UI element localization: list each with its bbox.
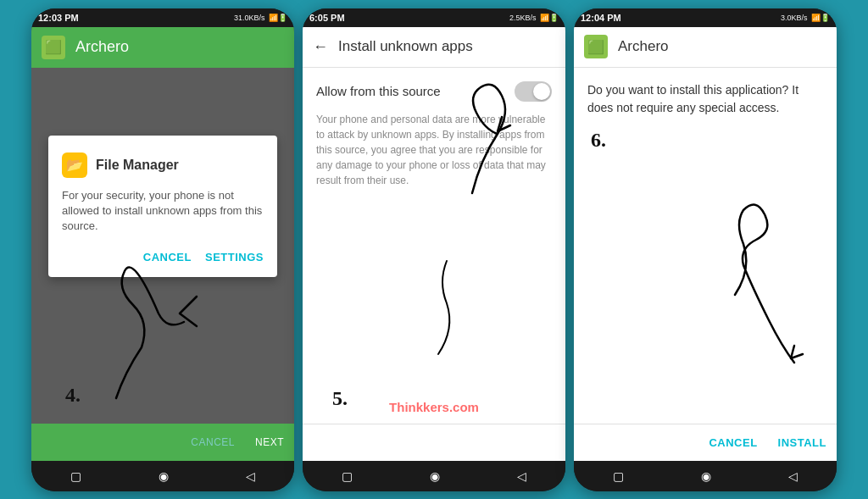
phone3-content: Do you want to install this application?… (574, 68, 837, 424)
phone-1: 12:03 PM 31.0KB/s 📶🔋 🟩 Archero 📂 File Ma… (31, 8, 294, 491)
next-btn-bottom-1[interactable]: NEXT (255, 436, 284, 448)
toggle-label: Allow from this source (316, 84, 441, 98)
topbar-title-2: Install unknown apps (338, 38, 473, 55)
time-2: 6:05 PM (309, 13, 345, 23)
phone2-screen: ← Install unknown apps Allow from this s… (303, 27, 565, 461)
toggle-row: Allow from this source (316, 81, 552, 102)
circle-nav-3[interactable]: ◉ (701, 469, 711, 483)
phone2-topbar: ← Install unknown apps (303, 27, 565, 68)
back-nav-3[interactable]: ◁ (788, 469, 798, 483)
square-nav-3[interactable]: ▢ (613, 469, 624, 483)
phone3-topbar: 🟩 Archero (574, 27, 837, 68)
archero-icon-3: 🟩 (584, 35, 608, 58)
cancel-btn-3[interactable]: CANCEL (709, 433, 757, 452)
nav-bar-1: ▢ ◉ ◁ (31, 461, 294, 491)
dialog-title: File Manager (96, 158, 179, 173)
install-message: Do you want to install this application?… (587, 81, 823, 117)
file-manager-icon: 📂 (62, 152, 87, 178)
settings-button-dialog[interactable]: SETTINGS (205, 247, 264, 267)
time-3: 12:04 PM (581, 13, 621, 23)
app-bar-1: 🟩 Archero (31, 27, 294, 68)
status-icons-2: 2.5KB/s 📶🔋 (509, 14, 559, 22)
phone2-bottom-bar (303, 424, 565, 461)
toggle-knob (533, 83, 550, 100)
step-number-6: 6. (591, 129, 606, 152)
cancel-button-dialog[interactable]: CANCEL (143, 247, 192, 267)
back-nav[interactable]: ◁ (246, 469, 255, 483)
phone1-screen: 🟩 Archero 📂 File Manager For your securi… (31, 27, 294, 461)
status-icons-1: 31.0KB/s 📶🔋 (234, 14, 287, 22)
phone2-content: Allow from this source Your phone and pe… (303, 68, 565, 424)
dialog-buttons: CANCEL SETTINGS (62, 247, 264, 267)
status-icons-3: 3.0KB/s 📶🔋 (781, 14, 830, 22)
app-title-1: Archero (75, 38, 129, 56)
nav-bar-2: ▢ ◉ ◁ (303, 461, 565, 491)
square-nav[interactable]: ▢ (70, 469, 81, 483)
time-1: 12:03 PM (38, 13, 79, 23)
dialog: 📂 File Manager For your security, your p… (48, 136, 277, 278)
app-title-3: Archero (618, 38, 669, 55)
phone1-bottom: CANCEL NEXT (31, 424, 294, 461)
install-btn-3[interactable]: INSTALL (778, 433, 826, 452)
back-arrow-icon[interactable]: ← (313, 38, 328, 56)
circle-nav[interactable]: ◉ (159, 469, 169, 483)
dialog-message: For your security, your phone is not all… (62, 188, 264, 235)
allow-toggle[interactable] (515, 81, 552, 102)
step-number-5: 5. (332, 387, 348, 410)
watermark: Thinkkers.com (389, 400, 479, 414)
nav-bar-3: ▢ ◉ ◁ (574, 461, 837, 491)
phone-3: 12:04 PM 3.0KB/s 📶🔋 🟩 Archero Do you wan… (574, 8, 837, 491)
archero-icon-1: 🟩 (42, 36, 65, 59)
phone2-description: Your phone and personal data are more vu… (316, 112, 552, 188)
status-bar-3: 12:04 PM 3.0KB/s 📶🔋 (574, 8, 837, 27)
circle-nav-2[interactable]: ◉ (430, 469, 440, 483)
phone3-screen: 🟩 Archero Do you want to install this ap… (574, 27, 837, 461)
phone1-content: 📂 File Manager For your security, your p… (31, 68, 294, 424)
back-nav-2[interactable]: ◁ (517, 469, 526, 483)
status-bar-2: 6:05 PM 2.5KB/s 📶🔋 (303, 8, 565, 27)
status-bar-1: 12:03 PM 31.0KB/s 📶🔋 (31, 8, 294, 27)
cancel-btn-bottom-1[interactable]: CANCEL (191, 436, 235, 448)
dialog-header: 📂 File Manager (62, 152, 264, 178)
square-nav-2[interactable]: ▢ (342, 469, 353, 483)
phone3-bottom: CANCEL INSTALL (574, 424, 837, 461)
step-number-4: 4. (65, 384, 81, 407)
phone-2: 6:05 PM 2.5KB/s 📶🔋 ← Install unknown app… (303, 8, 565, 491)
